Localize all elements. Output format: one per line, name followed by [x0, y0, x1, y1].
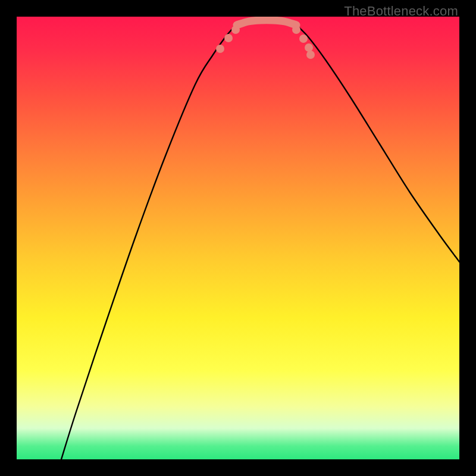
plot-area [17, 17, 459, 459]
left-curve [61, 25, 237, 459]
marker-dot [299, 35, 308, 43]
marker-dot [216, 45, 224, 53]
marker-dot [306, 51, 315, 59]
marker-dot [224, 34, 233, 42]
valley-floor [237, 20, 296, 25]
bottleneck-chart: TheBottleneck.com [0, 0, 476, 476]
watermark-text: TheBottleneck.com [344, 4, 458, 19]
marker-dot [292, 26, 300, 34]
right-curve [296, 25, 459, 262]
marker-dot [231, 26, 240, 34]
curve-overlay [17, 17, 459, 459]
marker-dot [305, 43, 313, 52]
